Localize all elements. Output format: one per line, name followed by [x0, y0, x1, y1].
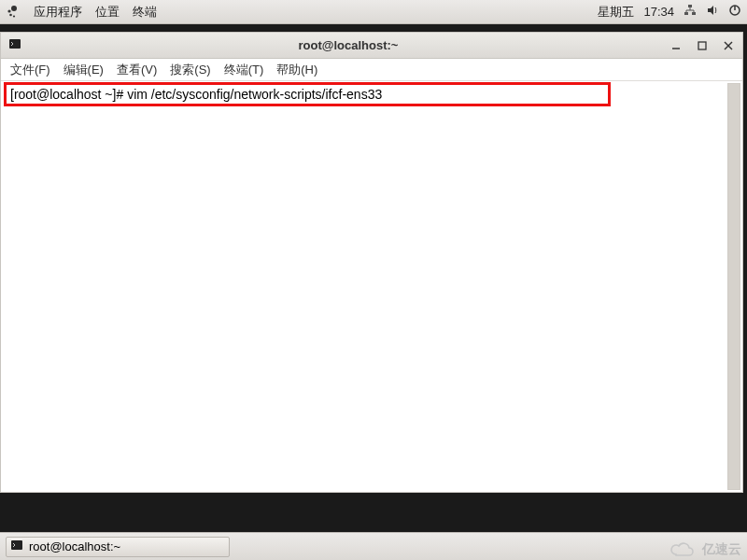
menu-places[interactable]: 位置	[95, 4, 120, 21]
menu-view[interactable]: 查看(V)	[117, 62, 157, 78]
terminal-body[interactable]: [root@localhost ~]# vim /etc/sysconfig/n…	[1, 81, 742, 492]
svg-point-1	[7, 9, 10, 12]
window-title: root@localhost:~	[27, 38, 669, 52]
top-panel: 应用程序 位置 终端 星期五 17:34	[0, 0, 747, 24]
menu-edit[interactable]: 编辑(E)	[63, 62, 104, 78]
terminal-window: root@localhost:~ 文件(F) 编辑(E) 查看(V) 搜索(S)…	[0, 32, 743, 493]
watermark: 亿速云	[669, 541, 741, 558]
window-titlebar[interactable]: root@localhost:~	[1, 33, 742, 59]
close-button[interactable]	[722, 39, 735, 52]
taskbar-entry[interactable]: root@localhost:~	[6, 537, 230, 557]
cloud-icon	[669, 541, 698, 558]
menu-help[interactable]: 帮助(H)	[276, 62, 317, 78]
network-icon[interactable]	[684, 4, 697, 20]
window-buttons	[669, 39, 735, 52]
menu-terminal-item[interactable]: 终端(T)	[224, 62, 264, 78]
menu-search[interactable]: 搜索(S)	[170, 62, 210, 78]
svg-rect-11	[698, 42, 706, 49]
menu-file[interactable]: 文件(F)	[10, 62, 50, 78]
svg-rect-9	[9, 39, 21, 49]
power-icon[interactable]	[728, 4, 741, 20]
svg-point-0	[11, 6, 17, 11]
bottom-panel: root@localhost:~ 亿速云	[0, 532, 747, 560]
volume-icon[interactable]	[706, 4, 719, 20]
maximize-button[interactable]	[696, 39, 709, 52]
svg-point-2	[9, 13, 12, 16]
terminal-icon	[8, 37, 21, 54]
command-highlight: [root@localhost ~]# vim /etc/sysconfig/n…	[4, 82, 611, 106]
gnome-foot-icon	[6, 5, 21, 20]
scrollbar-thumb[interactable]	[728, 84, 740, 489]
svg-rect-14	[11, 540, 22, 550]
svg-point-3	[13, 15, 15, 17]
minimize-button[interactable]	[669, 39, 683, 52]
shell-prompt: [root@localhost ~]#	[10, 87, 127, 102]
taskbar-entry-label: root@localhost:~	[29, 539, 120, 553]
svg-rect-4	[688, 5, 692, 7]
terminal-menubar: 文件(F) 编辑(E) 查看(V) 搜索(S) 终端(T) 帮助(H)	[1, 59, 742, 81]
desktop: root@localhost:~ 文件(F) 编辑(E) 查看(V) 搜索(S)…	[0, 24, 747, 532]
menu-apps[interactable]: 应用程序	[34, 4, 82, 21]
clock-day[interactable]: 星期五	[598, 4, 634, 21]
terminal-icon	[10, 539, 23, 554]
svg-rect-5	[684, 12, 688, 15]
clock-time[interactable]: 17:34	[643, 5, 674, 19]
svg-rect-6	[692, 12, 696, 15]
terminal-scrollbar[interactable]	[727, 83, 740, 490]
shell-command: vim /etc/sysconfig/network-scripts/ifcf-…	[127, 87, 382, 102]
menu-terminal[interactable]: 终端	[133, 4, 157, 21]
watermark-text: 亿速云	[702, 541, 741, 558]
